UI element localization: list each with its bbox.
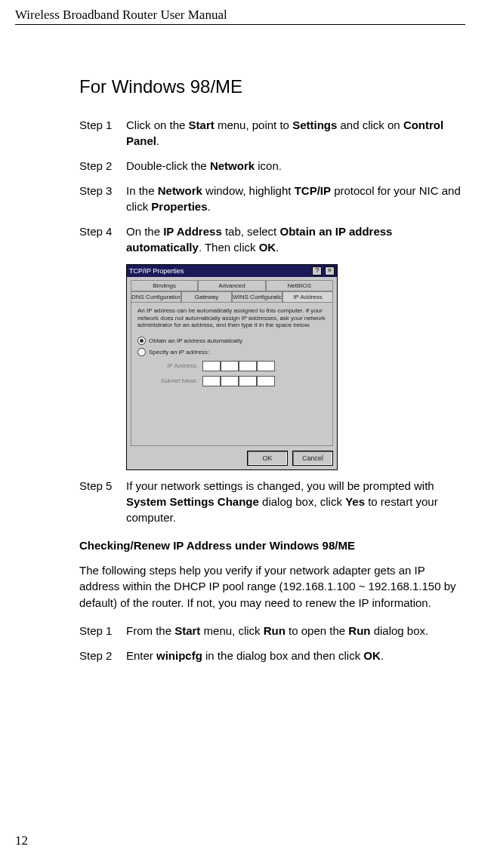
radio-obtain-auto[interactable]: Obtain an IP address automatically <box>137 337 326 345</box>
tcpip-properties-window: TCP/IP Properties ? × BindingsAdvancedNe… <box>126 264 338 470</box>
radio-specify[interactable]: Specify an IP address: <box>137 348 326 356</box>
window-title: TCP/IP Properties <box>129 267 184 275</box>
step-body: From the Start menu, click Run to open t… <box>126 623 465 639</box>
step-item: Step 1From the Start menu, click Run to … <box>79 623 465 639</box>
close-icon[interactable]: × <box>325 266 335 275</box>
section-heading: For Windows 98/ME <box>79 76 465 97</box>
subnet-octet-input[interactable] <box>221 376 239 386</box>
step-body: Enter winipcfg in the dialog box and the… <box>126 648 465 663</box>
step-label: Step 1 <box>79 117 126 149</box>
step-item: Step 2Double-click the Network icon. <box>79 158 465 174</box>
step-item: Step 2Enter winipcfg in the dialog box a… <box>79 648 465 663</box>
step-item: Step 1Click on the Start menu, point to … <box>79 117 465 149</box>
sub-heading: Checking/Renew IP Address under Windows … <box>79 539 465 552</box>
cancel-button[interactable]: Cancel <box>292 451 333 466</box>
ip-octet-input[interactable] <box>239 361 257 371</box>
help-icon[interactable]: ? <box>312 266 322 275</box>
step-body: If your network settings is changed, you… <box>126 478 465 525</box>
step-label: Step 5 <box>79 478 126 525</box>
window-titlebar: TCP/IP Properties ? × <box>127 265 337 277</box>
subnet-octet-input[interactable] <box>257 376 275 386</box>
ip-address-tab-panel: An IP address can be automatically assig… <box>131 303 333 446</box>
dialog-tab[interactable]: WINS Configuration <box>232 291 283 302</box>
ip-octet-input[interactable] <box>202 361 221 371</box>
dialog-tab[interactable]: IP Address <box>283 291 333 302</box>
subnet-mask-label: Subnet Mask: <box>151 377 198 384</box>
radio-icon <box>137 348 146 356</box>
step-body: In the Network window, highlight TCP/IP … <box>126 183 465 214</box>
running-header: Wireless Broadband Router User Manual <box>15 8 465 25</box>
step-label: Step 3 <box>79 183 126 214</box>
tcpip-dialog-screenshot: TCP/IP Properties ? × BindingsAdvancedNe… <box>126 264 465 470</box>
paragraph: The following steps help you verify if y… <box>79 562 465 611</box>
dialog-tab[interactable]: NetBIOS <box>266 280 333 291</box>
ok-button[interactable]: OK <box>247 451 288 466</box>
step-label: Step 1 <box>79 623 126 639</box>
step-item: Step 5 If your network settings is chang… <box>79 478 465 525</box>
step-item: Step 3In the Network window, highlight T… <box>79 183 465 214</box>
step-body: Double-click the Network icon. <box>126 158 465 174</box>
ip-octet-input[interactable] <box>221 361 239 371</box>
dialog-description: An IP address can be automatically assig… <box>137 307 326 329</box>
dialog-tab[interactable]: Bindings <box>131 280 198 291</box>
step-body: On the IP Address tab, select Obtain an … <box>126 223 465 255</box>
dialog-tab[interactable]: Gateway <box>181 291 232 302</box>
step-label: Step 2 <box>79 158 126 174</box>
radio-label: Specify an IP address: <box>149 349 209 356</box>
step-body: Click on the Start menu, point to Settin… <box>126 117 465 149</box>
ip-address-label: IP Address: <box>151 362 198 369</box>
radio-icon <box>137 337 146 345</box>
subnet-octet-input[interactable] <box>202 376 221 386</box>
dialog-tab[interactable]: Advanced <box>198 280 265 291</box>
dialog-tab[interactable]: DNS Configuration <box>131 291 181 302</box>
radio-label: Obtain an IP address automatically <box>149 337 242 344</box>
ip-octet-input[interactable] <box>257 361 275 371</box>
step-label: Step 2 <box>79 648 126 663</box>
step-label: Step 4 <box>79 223 126 255</box>
step-item: Step 4On the IP Address tab, select Obta… <box>79 223 465 255</box>
subnet-octet-input[interactable] <box>239 376 257 386</box>
page-number: 12 <box>15 833 28 848</box>
